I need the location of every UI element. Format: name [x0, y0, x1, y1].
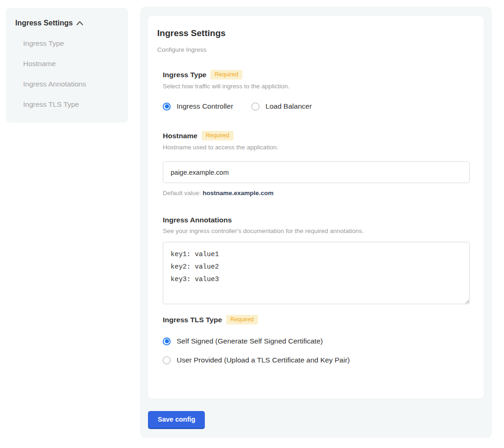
required-badge: Required [226, 315, 258, 325]
config-card: Ingress Settings Configure Ingress Ingre… [148, 16, 484, 399]
field-hostname: Hostname Required Hostname used to acces… [163, 131, 470, 196]
radio-option-self-signed[interactable]: Self Signed (Generate Self Signed Certif… [163, 337, 470, 345]
required-badge: Required [210, 70, 242, 80]
config-nav-sidebar: Ingress Settings Ingress Type Hostname I… [6, 8, 128, 123]
ingress-annotations-textarea[interactable]: key1: value1 key2: value2 key3: value3 [163, 242, 470, 304]
radio-label-user-provided: User Provided (Upload a TLS Certificate … [177, 356, 350, 364]
hostname-input[interactable] [163, 161, 470, 183]
field-ingress-tls-type: Ingress TLS Type Required Self Signed (G… [163, 315, 470, 364]
sidebar-item-list: Ingress Type Hostname Ingress Annotation… [15, 39, 119, 109]
radio-option-ingress-controller[interactable]: Ingress Controller [163, 102, 233, 110]
sidebar-group-ingress-settings[interactable]: Ingress Settings [15, 19, 119, 27]
ingress-type-radio-group: Ingress Controller Load Balancer [163, 102, 470, 110]
radio-user-provided[interactable] [163, 356, 171, 364]
radio-option-user-provided[interactable]: User Provided (Upload a TLS Certificate … [163, 356, 470, 364]
radio-self-signed[interactable] [163, 338, 171, 345]
config-panel: Ingress Settings Configure Ingress Ingre… [140, 6, 492, 438]
radio-load-balancer[interactable] [252, 103, 259, 110]
radio-label-ingress-controller: Ingress Controller [177, 102, 233, 110]
ingress-tls-radio-group: Self Signed (Generate Self Signed Certif… [163, 337, 470, 364]
page-subtitle: Configure Ingress [157, 46, 470, 53]
default-value-prefix: Default value: [163, 190, 201, 196]
save-config-button[interactable]: Save config [148, 411, 205, 429]
sidebar-group-label: Ingress Settings [15, 19, 73, 27]
field-label-ingress-annotations: Ingress Annotations [163, 216, 232, 224]
radio-label-load-balancer: Load Balancer [265, 102, 312, 110]
radio-label-self-signed: Self Signed (Generate Self Signed Certif… [177, 337, 323, 345]
page-title: Ingress Settings [157, 28, 470, 38]
hostname-default-line: Default value: hostname.example.com [163, 190, 470, 196]
field-help-ingress-annotations: See your ingress controller's documentat… [163, 227, 470, 234]
default-value-text: hostname.example.com [203, 190, 273, 196]
field-label-ingress-tls-type: Ingress TLS Type [163, 316, 222, 324]
radio-option-load-balancer[interactable]: Load Balancer [252, 102, 312, 110]
chevron-up-icon [76, 19, 83, 27]
field-label-hostname: Hostname [163, 132, 197, 140]
field-ingress-type: Ingress Type Required Select how traffic… [163, 70, 470, 110]
sidebar-item-ingress-type[interactable]: Ingress Type [23, 39, 119, 48]
sidebar-item-ingress-annotations[interactable]: Ingress Annotations [23, 80, 119, 88]
radio-ingress-controller[interactable] [163, 103, 171, 110]
field-help-ingress-type: Select how traffic will ingress to the a… [163, 83, 470, 90]
sidebar-item-ingress-tls-type[interactable]: Ingress TLS Type [23, 100, 119, 109]
required-badge: Required [202, 131, 234, 141]
field-help-hostname: Hostname used to access the application. [163, 144, 470, 151]
field-ingress-annotations: Ingress Annotations See your ingress con… [163, 216, 470, 304]
field-label-ingress-type: Ingress Type [163, 71, 206, 79]
sidebar-item-hostname[interactable]: Hostname [23, 60, 119, 68]
